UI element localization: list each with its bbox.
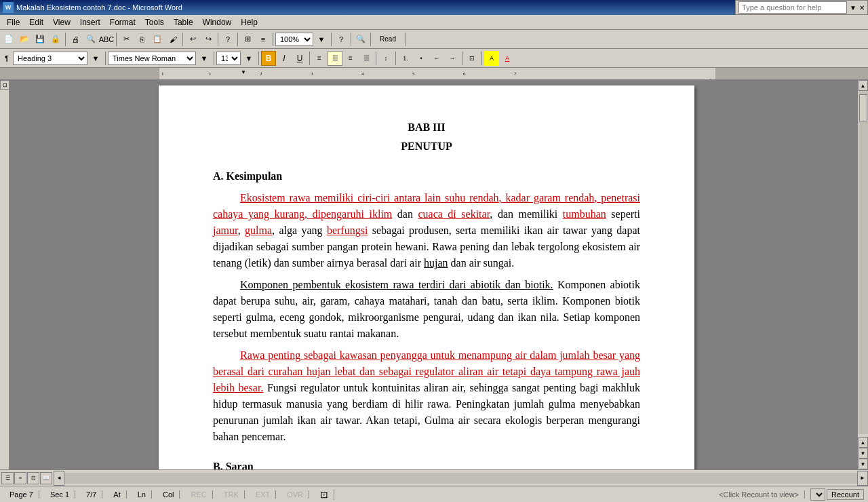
scroll-track[interactable] [859,91,868,434]
ruler-left-margin [0,68,159,80]
menu-insert[interactable]: Insert [76,16,104,28]
border-button[interactable]: ⊡ [465,51,479,66]
font-dropdown[interactable]: Times New Roman Arial Calibri [108,52,196,65]
ruler-corner: ⊡ [0,80,9,90]
fsep6 [395,52,396,65]
size-dropdown-icon[interactable]: ▼ [241,51,256,66]
scroll-thumb[interactable] [859,94,867,121]
scroll-btn-up-small[interactable]: ▲ [859,437,868,448]
num-list-button[interactable]: 1. [398,51,413,66]
italic-button[interactable]: I [277,51,292,66]
menu-help[interactable]: Help [237,16,262,28]
spelling-button[interactable]: ABC [99,32,114,47]
column-button[interactable]: ≡ [256,32,271,47]
scroll-down-button[interactable]: ▼ [859,459,868,469]
sep2 [116,33,117,46]
new-button[interactable]: 📄 [1,32,16,47]
fsep1 [105,52,106,65]
help-close-icon[interactable]: ✕ [859,4,865,12]
save-button[interactable]: 💾 [33,32,47,47]
help-box: ▼ ✕ [735,0,868,15]
menu-file[interactable]: File [3,16,24,28]
increase-indent-button[interactable]: → [445,51,460,66]
bullet-list-button[interactable]: • [414,51,429,66]
print-button[interactable]: 🖨 [68,32,83,47]
ruler: ▼ 1 1 2 3 4 5 6 7 △ [0,68,868,80]
status-ln: Ln [132,490,152,499]
fsep2 [214,52,214,65]
print-view-button[interactable]: ⊡ [27,472,39,484]
document-area: BAB III PENUTUP A. Kesimpulan Ekosistem … [9,80,857,469]
fsep7 [462,52,462,65]
help-input[interactable] [738,1,847,14]
menu-format[interactable]: Format [106,16,140,28]
align-justify-button[interactable]: ☰ [359,51,374,66]
bottom-scrollbar: ☰ ≡ ⊡ 📖 ◄ ► [0,469,868,486]
reading-view-button[interactable]: 📖 [40,472,52,484]
recount-button[interactable]: Recount [827,489,864,500]
main-area: ⊡ BAB III PENUTUP A. Kesimpulan Ekosiste… [0,80,868,469]
doc-title2: PENUTUP [213,138,640,155]
align-center-button[interactable]: ☰ [328,51,342,66]
research-button[interactable]: ? [220,32,235,47]
read-button[interactable]: Read [373,32,403,47]
fsep5 [376,52,376,65]
cut-button[interactable]: ✂ [119,32,134,47]
permission-button[interactable]: 🔒 [48,32,63,47]
status-ovr: OVR [281,490,309,499]
align-right-button[interactable]: ≡ [343,51,358,66]
size-dropdown[interactable]: 13.5 12 14 [216,52,241,65]
status-at: At [108,490,126,499]
print-preview-button[interactable]: 🔍 [83,32,98,47]
paste-button[interactable]: 📋 [150,32,165,47]
research2-button[interactable]: 🔍 [353,32,368,47]
help-dropdown-icon[interactable]: ▼ [850,4,856,12]
table-button[interactable]: ⊞ [240,32,255,47]
h-scroll-track[interactable] [64,473,857,484]
normal-view-button[interactable]: ☰ [1,472,14,484]
decrease-indent-button[interactable]: ← [429,51,444,66]
scroll-btn-down-small[interactable]: ▼ [859,448,868,459]
view-buttons: ☰ ≡ ⊡ 📖 [0,472,54,484]
outline-view-button[interactable]: ≡ [14,472,26,484]
status-page: Page 7 [4,490,39,499]
recount-type-dropdown[interactable] [810,488,825,501]
style-dropdown[interactable]: Heading 3 Normal Heading 1 Heading 2 [13,52,87,65]
help-icon[interactable]: ? [334,32,349,47]
para1-text1: Ekosistem rawa memiliki ciri-ciri antara… [240,192,445,204]
redo-button[interactable]: ↪ [201,32,216,47]
menu-window[interactable]: Window [199,16,236,28]
status-col: Col [157,490,180,499]
highlight-button[interactable]: A [484,51,499,66]
scroll-left-button[interactable]: ◄ [54,471,64,486]
paragraph-2: Komponen pembentuk ekosistem rawa terdir… [213,277,640,342]
format-painter-button[interactable]: 🖌 [165,32,180,47]
style-dropdown-icon[interactable]: ▼ [88,51,103,66]
undo-button[interactable]: ↩ [185,32,200,47]
scroll-up-button[interactable]: ▲ [859,80,868,91]
status-pages: 7/7 [81,490,102,499]
line-spacing-button[interactable]: ↕ [378,51,393,66]
section-b-heading: B. Saran [213,459,640,469]
sep4 [218,33,218,46]
scroll-right-button[interactable]: ► [857,471,868,486]
align-left-button[interactable]: ≡ [312,51,327,66]
sep5 [237,33,238,46]
para1-suhu: suhu rendah [445,192,499,204]
menu-tools[interactable]: Tools [141,16,168,28]
style-icon[interactable]: ¶ [1,51,12,66]
menu-view[interactable]: View [49,16,75,28]
status-sec: Sec 1 [45,490,75,499]
zoom-dropdown[interactable]: 100% 75% 150% [275,33,313,46]
copy-button[interactable]: ⎘ [134,32,149,47]
underline-button[interactable]: U [292,51,307,66]
sep7 [331,33,332,46]
menu-edit[interactable]: Edit [25,16,47,28]
font-dropdown-icon[interactable]: ▼ [197,51,212,66]
open-button[interactable]: 📂 [17,32,32,47]
bold-button[interactable]: B [261,51,276,66]
font-color-button[interactable]: A [500,51,515,66]
zoom-dropdown-icon[interactable]: ▼ [314,32,329,47]
sep8 [351,33,351,46]
menu-table[interactable]: Table [170,16,197,28]
